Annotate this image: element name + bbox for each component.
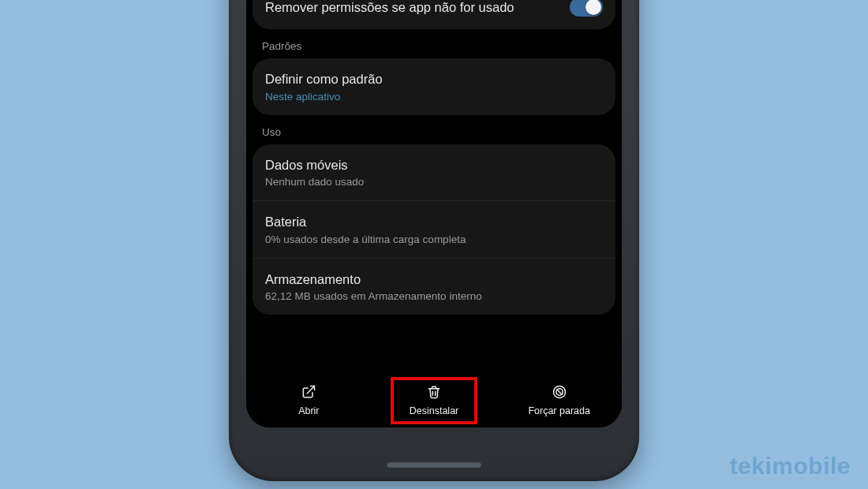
card-defaults: Definir como padrão Neste aplicativo	[253, 58, 615, 114]
open-icon	[301, 384, 316, 402]
row-remove-permissions[interactable]: Remover permissões se app não for usado	[253, 0, 615, 29]
toggle-knob	[586, 0, 601, 15]
row-storage[interactable]: Armazenamento 62,12 MB usados em Armazen…	[253, 258, 615, 315]
row-subtitle: Neste aplicativo	[265, 91, 603, 103]
action-label: Forçar parada	[528, 405, 590, 416]
row-battery[interactable]: Bateria 0% usados desde a última carga c…	[253, 200, 615, 257]
action-uninstall[interactable]: Desinstalar	[372, 372, 497, 427]
row-title: Definir como padrão	[265, 71, 603, 88]
watermark: tekimobile	[730, 453, 851, 480]
section-label-defaults: Padrões	[246, 29, 622, 58]
action-force-stop[interactable]: Forçar parada	[496, 372, 622, 427]
action-open[interactable]: Abrir	[246, 372, 372, 427]
row-title: Bateria	[265, 214, 603, 230]
toggle-remove-permissions[interactable]	[570, 0, 603, 17]
action-bar: Abrir Desinstalar	[246, 372, 622, 427]
prohibit-icon	[552, 384, 567, 402]
phone-frame: Temporizador de aplicativo Remover permi…	[229, 0, 639, 481]
row-title: Armazenamento	[265, 271, 603, 288]
trash-icon	[426, 384, 442, 402]
card-usage: Dados móveis Nenhum dado usado Bateria 0…	[253, 144, 615, 315]
row-title: Dados móveis	[265, 157, 603, 174]
row-subtitle: 0% usados desde a última carga completa	[265, 233, 603, 245]
row-set-default[interactable]: Definir como padrão Neste aplicativo	[253, 58, 615, 114]
action-label: Abrir	[298, 405, 319, 416]
row-subtitle: 62,12 MB usados em Armazenamento interno	[265, 290, 603, 302]
phone-screen: Temporizador de aplicativo Remover permi…	[246, 0, 622, 427]
row-mobile-data[interactable]: Dados móveis Nenhum dado usado	[253, 144, 615, 200]
settings-scroll[interactable]: Temporizador de aplicativo Remover permi…	[246, 0, 622, 372]
section-label-usage: Uso	[246, 115, 622, 144]
card-general: Temporizador de aplicativo Remover permi…	[253, 0, 615, 29]
action-label: Desinstalar	[410, 405, 459, 416]
row-title: Remover permissões se app não for usado	[265, 0, 557, 16]
row-subtitle: Nenhum dado usado	[265, 176, 603, 188]
